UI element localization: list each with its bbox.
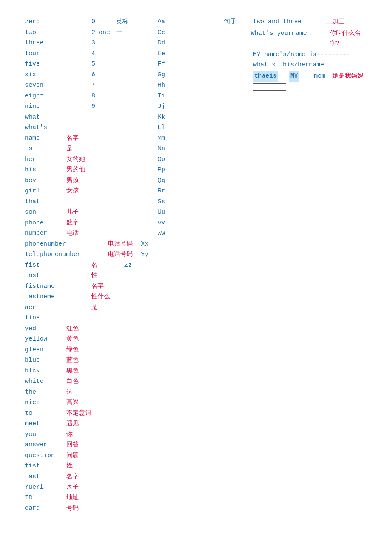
alpha-cc: Cc <box>158 27 178 38</box>
zh-blue: 蓝色 <box>66 355 91 366</box>
vocab-row-telephonenumber: telephonenumber 电话号码 Yy <box>25 249 216 260</box>
word-white: white <box>25 376 66 387</box>
vocab-row-question: question 问题 <box>25 450 216 461</box>
vocab-row-white: white 白色 <box>25 376 216 387</box>
sentences-header: 句子 two and three 二加三 <box>224 17 367 27</box>
zh-gleen: 绿色 <box>66 345 91 355</box>
zh-telephonenumber: 电话号码 <box>108 249 141 260</box>
zh-meet: 遇见 <box>66 419 91 429</box>
vocab-row-aer: aer 是 <box>25 302 216 313</box>
vocab-row-you: you 你 <box>25 429 216 440</box>
word-fist2: fist <box>25 461 66 472</box>
word-the: the <box>25 387 66 398</box>
word-fistname: fistname <box>25 281 91 292</box>
word-whats: what's <box>25 122 91 133</box>
word-meet: meet <box>25 419 66 429</box>
vocab-row-two: two 2 one 一 Cc <box>25 27 216 38</box>
alpha-ss: Ss <box>158 197 178 207</box>
zh-boy: 男孩 <box>66 175 100 186</box>
label-empty9 <box>116 112 158 123</box>
main-content: zero 0 英标 Aa two 2 one 一 Cc three 3 Dd f… <box>25 17 367 514</box>
alpha-yy: Yy <box>141 249 162 260</box>
vocab-row-five: five 5 Ff <box>25 59 216 70</box>
label-yingbiao: 英标 <box>116 17 158 27</box>
sentence-2-zh: 你叫什么名字? <box>330 28 367 49</box>
word-card: card <box>25 503 66 514</box>
vocabulary-section: zero 0 英标 Aa two 2 one 一 Cc three 3 Dd f… <box>25 17 216 514</box>
sentences-row3: MY name's/name is--------- <box>224 49 367 60</box>
label-empty15 <box>116 144 158 154</box>
vocab-row-six: six 6 Gg <box>25 70 216 80</box>
word-her: her <box>25 154 66 165</box>
label-empty21 <box>124 175 158 186</box>
sentences-section: 句子 two and three 二加三 What's yourname 你叫什… <box>216 17 367 514</box>
word-id: ID <box>25 493 66 504</box>
word-that: that <box>25 197 66 207</box>
label-empty-s2 <box>224 28 247 49</box>
vocab-row-the: the 这 <box>25 387 216 398</box>
sentences-row5: thaeis MY mom 她是我妈妈 <box>224 71 367 82</box>
vocab-row-girl: girl 女孩 Rr <box>25 186 216 197</box>
zh-blck: 黑色 <box>66 366 91 377</box>
num-four: 4 <box>91 49 116 59</box>
zh-card: 号码 <box>66 503 91 514</box>
vocab-row-what: what Kk <box>25 112 216 123</box>
label-empty3 <box>116 59 158 70</box>
zh-fist: 名 <box>91 260 124 271</box>
label-empty28 <box>100 218 124 229</box>
zh-his: 男的他 <box>66 165 100 175</box>
zh-yellow: 黄色 <box>66 334 91 345</box>
label-empty24 <box>100 197 124 207</box>
vocab-row-yellow: yellow 黄色 <box>25 334 216 345</box>
word-space2 <box>303 71 310 82</box>
num-nine: 9 <box>91 101 116 112</box>
zh-yed: 红色 <box>66 324 91 334</box>
word-four: four <box>25 49 91 59</box>
word-thaeis: thaeis <box>253 71 278 82</box>
zh-nice: 高兴 <box>66 397 91 408</box>
vocab-row-fist2: fist 姓 <box>25 461 216 472</box>
vocab-row-number: number 电话 Ww <box>25 228 216 239</box>
num-three: 3 <box>91 38 116 49</box>
word-blck: blck <box>25 366 66 377</box>
vocab-row-answer: answer 回答 <box>25 440 216 450</box>
label-empty20 <box>100 175 124 186</box>
word-aer: aer <box>25 302 91 313</box>
alpha-mm: Mm <box>158 133 178 144</box>
num-six: 6 <box>91 70 116 80</box>
word-nine: nine <box>25 101 91 112</box>
num-five: 5 <box>91 59 116 70</box>
vocab-row-his: his 男的他 Pp <box>25 165 216 175</box>
answer-input-box[interactable] <box>253 83 286 91</box>
label-empty16 <box>100 154 124 165</box>
sentence-1-zh: 二加三 <box>326 17 345 27</box>
vocab-row-fistname: fistname 名字 <box>25 281 216 292</box>
vocab-row-yed: yed 红色 <box>25 324 216 334</box>
label-juzi: 句子 <box>224 17 249 27</box>
word-six: six <box>25 70 91 80</box>
word-mom: mom <box>314 71 325 82</box>
alpha-ff: Ff <box>158 59 178 70</box>
alpha-oo: Oo <box>158 154 178 165</box>
zh-ruerl: 尺子 <box>66 482 91 493</box>
label-empty7 <box>116 101 158 112</box>
vocab-row-last2: last 名字 <box>25 472 216 482</box>
zh-girl: 女孩 <box>66 186 100 197</box>
label-empty8 <box>91 112 116 123</box>
word-ruerl: ruerl <box>25 482 66 493</box>
vocab-row-fist: fist 名 Zz <box>25 260 216 271</box>
zh-her: 女的她 <box>66 154 100 165</box>
zh-name: 名字 <box>66 133 91 144</box>
vocab-row-last: last 性 <box>25 270 216 281</box>
num-zero: 0 <box>91 17 116 27</box>
vocab-row-son: son 儿子 Uu <box>25 207 216 218</box>
alpha-rr: Rr <box>158 186 178 197</box>
zh-phonenumber: 电话号码 <box>108 239 141 250</box>
vocab-row-three: three 3 Dd <box>25 38 216 49</box>
zh-you: 你 <box>66 429 91 440</box>
vocab-row-boy: boy 男孩 Qq <box>25 175 216 186</box>
alpha-dd: Dd <box>158 38 178 49</box>
word-gleen: gleen <box>25 345 66 355</box>
label-empty19 <box>124 165 158 175</box>
alpha-gg: Gg <box>158 70 178 80</box>
